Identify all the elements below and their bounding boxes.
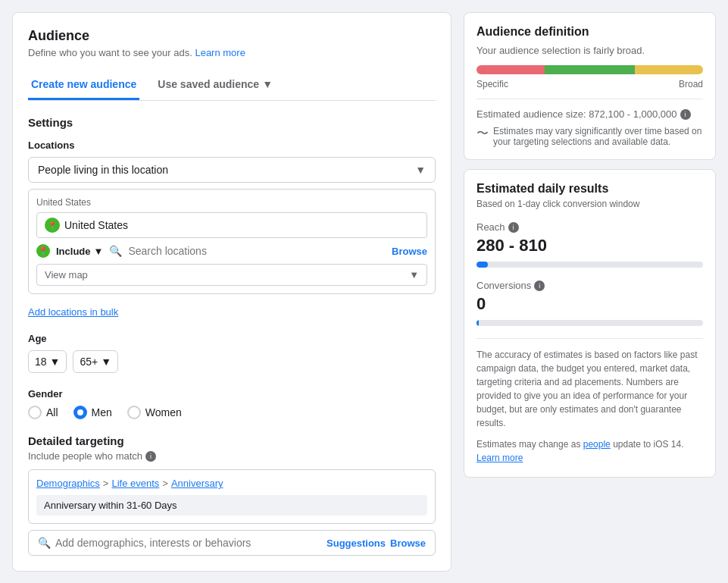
add-bulk-link[interactable]: Add locations in bulk [28, 306, 118, 318]
search-targeting-input[interactable] [55, 537, 322, 549]
country-header: United States [36, 197, 427, 208]
conversions-bar-fill [476, 320, 479, 326]
ios-learn-more-link[interactable]: Learn more [476, 453, 523, 463]
reach-bar-fill [476, 262, 488, 268]
country-tag: 📍 United States [36, 212, 427, 238]
breadcrumb-life-events[interactable]: Life events [111, 478, 159, 489]
reach-bar [476, 262, 703, 268]
location-box: United States 📍 United States 📍 Include … [28, 189, 436, 294]
reach-label: Reach i [476, 221, 703, 233]
label-specific: Specific [476, 79, 508, 89]
age-section: Age 18 ▼ 65+ ▼ [28, 333, 436, 373]
breadcrumb-anniversary[interactable]: Anniversary [171, 478, 223, 489]
tab-create-new-audience[interactable]: Create new audience [28, 71, 139, 100]
conversions-bar [476, 320, 703, 326]
results-title: Estimated daily results [476, 182, 703, 196]
gender-men-option[interactable]: Men [73, 406, 112, 419]
breadcrumb-sep-2: > [162, 478, 168, 489]
gender-all-radio[interactable] [28, 406, 42, 419]
conversions-label: Conversions i [476, 280, 703, 291]
tab-use-saved-audience[interactable]: Use saved audience ▼ [155, 71, 276, 100]
settings-title: Settings [28, 116, 436, 129]
reach-value: 280 - 810 [476, 236, 703, 255]
breadcrumb-sep-1: > [103, 478, 109, 489]
gender-women-radio[interactable] [127, 406, 141, 419]
gender-label: Gender [28, 388, 436, 400]
right-panel: Audience definition Your audience select… [464, 12, 716, 572]
gender-section: Gender All Men Women [28, 388, 436, 419]
audience-size: Estimated audience size: 872,100 - 1,000… [476, 108, 703, 120]
ios-note: Estimates may change as people update to… [476, 437, 703, 465]
view-map-row[interactable]: View map ▼ [36, 264, 427, 286]
search-row: 📍 Include ▼ 🔍 Browse [36, 244, 427, 258]
separator-2 [476, 338, 703, 339]
search-icon: 🔍 [109, 245, 122, 257]
learn-more-link[interactable]: Learn more [195, 47, 245, 58]
breadcrumb-row: Demographics > Life events > Anniversary [36, 478, 427, 489]
pin-icon: 📍 [45, 218, 60, 233]
search-locations-input[interactable] [128, 245, 386, 257]
meter-labels: Specific Broad [476, 79, 703, 89]
meter-segment-3 [635, 65, 703, 74]
targeting-box: Demographics > Life events > Anniversary… [28, 469, 436, 524]
audience-title: Audience [28, 28, 436, 44]
ios-people-link[interactable]: people [583, 439, 611, 450]
chevron-down-icon: ▼ [409, 269, 419, 281]
results-subtitle: Based on 1-day click conversion window [476, 199, 703, 209]
info-icon-size[interactable]: i [680, 109, 691, 120]
targeting-tag: Anniversary within 31-60 Days [36, 495, 427, 516]
gender-men-radio[interactable] [73, 406, 87, 419]
include-button[interactable]: Include ▼ [56, 246, 103, 257]
estimated-results-card: Estimated daily results Based on 1-day c… [464, 169, 716, 478]
accuracy-note: The accuracy of estimates is based on fa… [476, 348, 703, 430]
info-icon-conversions[interactable]: i [534, 281, 545, 291]
audience-subtitle: Define who you want to see your ads. Lea… [28, 47, 436, 58]
left-panel: Audience Define who you want to see your… [12, 12, 451, 572]
include-icon: 📍 [36, 244, 50, 258]
gender-women-option[interactable]: Women [127, 406, 182, 419]
info-icon-reach[interactable]: i [508, 222, 519, 233]
tabs: Create new audience Use saved audience ▼ [28, 71, 436, 101]
separator [476, 99, 703, 99]
search-targeting-row: 🔍 Suggestions Browse [28, 530, 436, 556]
detailed-targeting-title: Detailed targeting [28, 434, 436, 447]
breadcrumb-demographics[interactable]: Demographics [36, 478, 100, 489]
audience-meter [476, 65, 703, 74]
info-icon[interactable]: i [145, 451, 156, 462]
age-label: Age [28, 333, 436, 344]
chevron-down-icon: ▼ [94, 246, 104, 257]
gender-all-option[interactable]: All [28, 406, 58, 419]
age-min-select[interactable]: 18 ▼ [28, 350, 67, 373]
estimate-note: 〜 Estimates may vary significantly over … [476, 126, 703, 147]
audience-definition-card: Audience definition Your audience select… [464, 12, 716, 160]
chevron-down-icon: ▼ [50, 356, 61, 368]
include-match-row: Include people who match i [28, 450, 436, 462]
audience-def-subtitle: Your audience selection is fairly broad. [476, 45, 703, 56]
gender-women-label: Women [145, 406, 182, 418]
audience-heading: Audience Define who you want to see your… [28, 28, 436, 58]
locations-dropdown[interactable]: People living in this location ▼ [28, 157, 436, 183]
suggestions-button[interactable]: Suggestions [327, 538, 386, 549]
chevron-down-icon: ▼ [415, 164, 426, 176]
browse-locations-button[interactable]: Browse [392, 246, 427, 257]
conversions-value: 0 [476, 294, 703, 314]
chevron-down-icon: ▼ [101, 356, 111, 368]
chevron-down-icon: ▼ [262, 78, 273, 90]
detailed-targeting-section: Detailed targeting Include people who ma… [28, 434, 436, 556]
browse-targeting-button[interactable]: Browse [390, 538, 426, 549]
meter-segment-2 [545, 65, 636, 74]
audience-def-title: Audience definition [476, 25, 703, 39]
gender-row: All Men Women [28, 406, 436, 419]
meter-segment-1 [476, 65, 545, 74]
gender-men-label: Men [92, 406, 112, 418]
trend-icon: 〜 [476, 126, 489, 142]
search-icon: 🔍 [38, 537, 51, 549]
label-broad: Broad [679, 79, 703, 89]
locations-label: Locations [28, 139, 436, 151]
age-row: 18 ▼ 65+ ▼ [28, 350, 436, 373]
age-max-select[interactable]: 65+ ▼ [73, 350, 118, 373]
gender-all-label: All [46, 406, 58, 418]
locations-section: Locations People living in this location… [28, 139, 436, 318]
